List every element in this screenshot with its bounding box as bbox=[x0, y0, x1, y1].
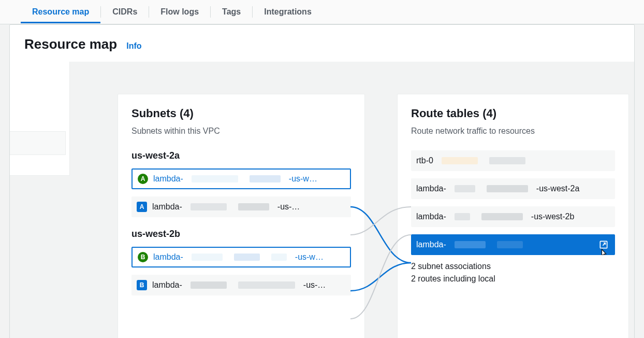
redacted-text bbox=[489, 157, 525, 164]
route-tables-subtitle: Route network traffic to resources bbox=[411, 126, 615, 136]
az-badge-b-icon: B bbox=[137, 280, 147, 290]
subnet-label: lambda- bbox=[152, 202, 182, 212]
tab-integrations[interactable]: Integrations bbox=[253, 1, 323, 23]
resource-map-canvas: Subnets (4) Subnets within this VPC us-w… bbox=[10, 62, 634, 338]
route-tables-card: Route tables (4) Route network traffic t… bbox=[397, 94, 629, 338]
az-label-b: us-west-2b bbox=[131, 229, 351, 240]
redacted-text bbox=[455, 241, 486, 248]
redacted-text bbox=[238, 281, 295, 289]
route-label: rtb-0 bbox=[416, 156, 433, 165]
redacted-text bbox=[271, 254, 287, 261]
route-item-2[interactable]: lambda- -us-west-2a bbox=[411, 178, 615, 199]
redacted-text bbox=[192, 254, 223, 261]
subnet-label: lambda- bbox=[153, 174, 183, 184]
route-item-1[interactable]: rtb-0 bbox=[411, 150, 615, 171]
route-selected-details: 2 subnet associations 2 routes including… bbox=[411, 260, 615, 285]
subnet-item-4[interactable]: B lambda- -us-… bbox=[131, 275, 351, 295]
route-suffix: -us-west-2a bbox=[536, 184, 580, 193]
redacted-text bbox=[234, 254, 260, 261]
redacted-text bbox=[191, 281, 227, 289]
tab-tags[interactable]: Tags bbox=[211, 1, 252, 23]
redacted-text bbox=[481, 213, 523, 220]
route-item-3[interactable]: lambda- -us-west-2b bbox=[411, 206, 615, 227]
redacted-text bbox=[250, 175, 281, 182]
redacted-text bbox=[192, 175, 238, 182]
subnets-subtitle: Subnets within this VPC bbox=[131, 126, 351, 136]
subnet-item-2[interactable]: A lambda- -us-… bbox=[131, 196, 351, 217]
redacted-text bbox=[442, 157, 478, 164]
subnet-suffix: -us-… bbox=[277, 202, 300, 212]
redacted-text bbox=[497, 241, 523, 248]
vpc-item-stub[interactable] bbox=[10, 131, 66, 155]
subnets-card: Subnets (4) Subnets within this VPC us-w… bbox=[118, 94, 365, 338]
subnet-suffix: -us-w… bbox=[295, 252, 324, 262]
az-badge-a-icon: A bbox=[138, 174, 148, 184]
vpc-card-stub bbox=[10, 62, 70, 176]
subnet-label: lambda- bbox=[152, 280, 182, 290]
redacted-text bbox=[455, 185, 475, 192]
panel-header: Resource map Info bbox=[10, 25, 634, 62]
tab-flow-logs[interactable]: Flow logs bbox=[149, 1, 210, 23]
route-suffix: -us-west-2b bbox=[531, 212, 575, 221]
route-tables-title: Route tables (4) bbox=[411, 107, 615, 120]
route-assoc-text: 2 subnet associations bbox=[411, 260, 615, 273]
subnet-item-3[interactable]: B lambda- -us-w… bbox=[131, 247, 351, 267]
tab-resource-map[interactable]: Resource map bbox=[21, 1, 100, 23]
route-label: lambda- bbox=[416, 240, 446, 249]
tab-bar: Resource map CIDRs Flow logs Tags Integr… bbox=[0, 0, 644, 24]
redacted-text bbox=[455, 213, 470, 220]
route-item-4-selected[interactable]: lambda- bbox=[411, 234, 615, 255]
route-label: lambda- bbox=[416, 184, 446, 193]
subnet-item-1[interactable]: A lambda- -us-w… bbox=[131, 168, 351, 189]
open-external-icon[interactable] bbox=[598, 240, 609, 250]
info-link[interactable]: Info bbox=[126, 41, 141, 51]
resource-map-panel: Resource map Info Subnets (4) Subnets wi… bbox=[9, 24, 635, 338]
subnet-suffix: -us-w… bbox=[289, 174, 317, 184]
az-badge-b-icon: B bbox=[138, 252, 148, 262]
redacted-text bbox=[238, 203, 269, 210]
panel-title: Resource map bbox=[24, 36, 117, 52]
route-routes-text: 2 routes including local bbox=[411, 273, 615, 285]
subnet-suffix: -us-… bbox=[303, 280, 326, 290]
route-label: lambda- bbox=[416, 212, 446, 221]
redacted-text bbox=[487, 185, 528, 192]
subnets-title: Subnets (4) bbox=[131, 107, 351, 120]
subnet-label: lambda- bbox=[153, 252, 183, 262]
az-badge-a-icon: A bbox=[137, 202, 147, 212]
az-label-a: us-west-2a bbox=[131, 150, 351, 161]
redacted-text bbox=[191, 203, 227, 210]
tab-cidrs[interactable]: CIDRs bbox=[101, 1, 149, 23]
